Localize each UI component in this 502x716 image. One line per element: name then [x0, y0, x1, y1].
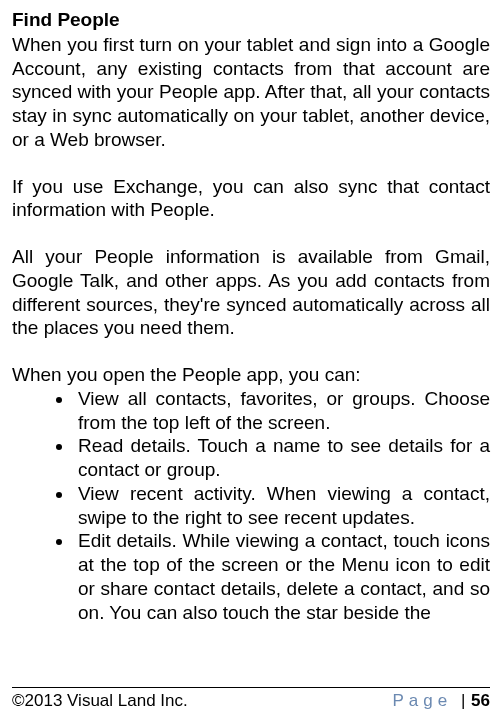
page-footer: ©2013 Visual Land Inc. Page | 56: [12, 687, 490, 716]
copyright-text: ©2013 Visual Land Inc.: [12, 691, 188, 711]
list-item: Read details. Touch a name to see detail…: [74, 434, 490, 482]
list-item: View all contacts, favorites, or groups.…: [74, 387, 490, 435]
list-item: View recent activity. When viewing a con…: [74, 482, 490, 530]
page-number: 56: [471, 691, 490, 710]
list-item: Edit details. While viewing a contact, t…: [74, 529, 490, 624]
document-page: Find People When you first turn on your …: [0, 0, 502, 716]
page-separator: |: [461, 691, 465, 710]
document-body: Find People When you first turn on your …: [12, 8, 490, 624]
bullet-list: View all contacts, favorites, or groups.…: [12, 387, 490, 625]
section-heading: Find People: [12, 8, 490, 32]
paragraph: All your People information is available…: [12, 245, 490, 340]
paragraph: If you use Exchange, you can also sync t…: [12, 175, 490, 223]
page-label: Page: [392, 691, 452, 710]
page-number-block: Page | 56: [392, 691, 490, 711]
paragraph: When you open the People app, you can:: [12, 363, 490, 387]
paragraph: When you first turn on your tablet and s…: [12, 33, 490, 152]
